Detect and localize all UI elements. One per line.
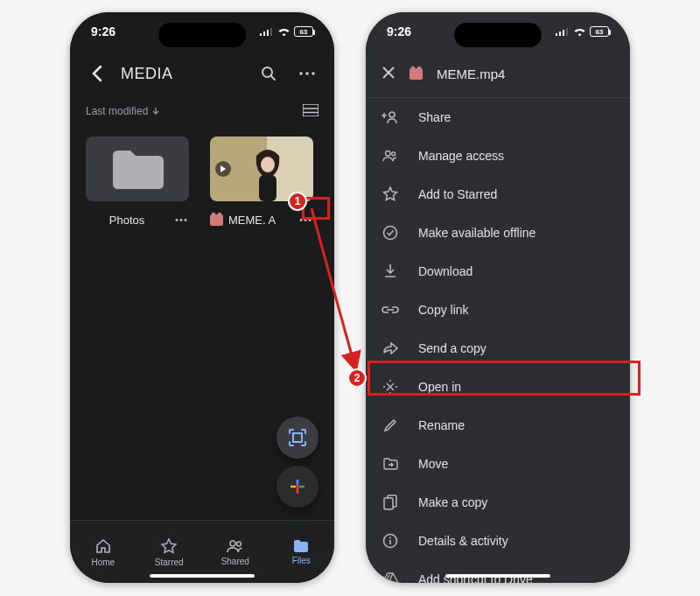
menu-make-copy[interactable]: Make a copy bbox=[366, 483, 630, 522]
screen-right: 9:26 63 MEME.mp4 Share Manage access bbox=[366, 12, 630, 583]
play-overlay bbox=[215, 161, 231, 177]
person-add-icon bbox=[382, 110, 399, 124]
nav-files[interactable]: Files bbox=[269, 521, 335, 583]
svg-rect-31 bbox=[566, 28, 568, 36]
svg-point-7 bbox=[305, 72, 309, 75]
notch bbox=[454, 23, 542, 47]
menu-label: Rename bbox=[418, 418, 465, 432]
wifi-icon bbox=[277, 27, 290, 37]
svg-point-26 bbox=[230, 541, 235, 546]
action-menu: Share Manage access Add to Starred Make … bbox=[366, 98, 630, 583]
file-type-icon bbox=[410, 68, 423, 80]
pencil-icon bbox=[383, 418, 397, 432]
home-indicator[interactable] bbox=[445, 574, 550, 578]
svg-line-5 bbox=[271, 76, 275, 80]
menu-share[interactable]: Share bbox=[366, 98, 630, 137]
svg-rect-1 bbox=[263, 32, 265, 36]
search-button[interactable] bbox=[254, 59, 284, 88]
status-time: 9:26 bbox=[387, 25, 411, 39]
svg-point-34 bbox=[389, 112, 395, 117]
svg-point-39 bbox=[384, 227, 397, 240]
info-icon bbox=[382, 533, 398, 549]
svg-rect-0 bbox=[260, 33, 262, 36]
folder-more-button[interactable] bbox=[173, 212, 189, 228]
move-folder-icon bbox=[382, 458, 398, 470]
svg-point-12 bbox=[176, 219, 178, 221]
menu-details[interactable]: Details & activity bbox=[366, 522, 630, 560]
video-item[interactable]: MEME. A bbox=[210, 137, 313, 228]
svg-rect-9 bbox=[303, 104, 318, 116]
folder-item[interactable]: Photos bbox=[86, 137, 189, 228]
download-icon bbox=[383, 263, 397, 279]
svg-point-42 bbox=[389, 537, 391, 539]
svg-rect-2 bbox=[267, 30, 269, 36]
notch bbox=[158, 23, 246, 47]
overflow-button[interactable] bbox=[292, 59, 322, 88]
back-button[interactable] bbox=[82, 59, 112, 88]
menu-move[interactable]: Move bbox=[366, 445, 630, 483]
fab-new-button[interactable] bbox=[276, 466, 318, 508]
nav-files-label: Files bbox=[292, 556, 311, 565]
menu-manage-access[interactable]: Manage access bbox=[366, 137, 630, 175]
menu-rename[interactable]: Rename bbox=[366, 406, 630, 445]
menu-label: Send a copy bbox=[418, 341, 486, 355]
svg-point-14 bbox=[185, 219, 187, 221]
list-view-icon bbox=[303, 104, 318, 116]
play-icon bbox=[220, 165, 227, 172]
menu-label: Details & activity bbox=[418, 534, 508, 548]
fab-scan-button[interactable] bbox=[276, 417, 318, 459]
sort-label: Last modified bbox=[86, 105, 148, 117]
callout-number: 2 bbox=[354, 372, 360, 384]
menu-label: Make available offline bbox=[418, 226, 536, 240]
nav-home[interactable]: Home bbox=[70, 521, 136, 583]
nav-home-label: Home bbox=[91, 557, 115, 567]
arrow-forward-icon bbox=[382, 342, 398, 354]
menu-shortcut[interactable]: Add shortcut to Drive bbox=[366, 560, 630, 583]
folder-icon bbox=[292, 539, 310, 553]
phone-right: 9:26 63 MEME.mp4 Share Manage access bbox=[366, 12, 630, 583]
arrow-down-icon bbox=[151, 107, 160, 116]
menu-offline[interactable]: Make available offline bbox=[366, 214, 630, 252]
video-label: MEME. A bbox=[228, 214, 276, 227]
star-icon bbox=[382, 186, 398, 202]
svg-point-6 bbox=[299, 72, 303, 75]
menu-add-starred[interactable]: Add to Starred bbox=[366, 175, 630, 214]
wifi-icon bbox=[573, 27, 586, 37]
svg-rect-40 bbox=[384, 498, 393, 509]
view-toggle-button[interactable] bbox=[303, 104, 318, 119]
more-horiz-icon bbox=[299, 72, 315, 75]
sheet-header: MEME.mp4 bbox=[366, 51, 630, 98]
nav-starred-label: Starred bbox=[155, 557, 184, 567]
file-grid: Photos MEME. A bbox=[70, 126, 334, 238]
page-title: MEDIA bbox=[121, 65, 173, 83]
svg-point-38 bbox=[392, 152, 396, 156]
video-type-icon bbox=[210, 214, 223, 226]
home-icon bbox=[94, 537, 112, 555]
people-icon bbox=[382, 149, 399, 163]
sort-button[interactable]: Last modified bbox=[86, 105, 160, 117]
menu-label: Download bbox=[418, 264, 472, 278]
thumbnail-person bbox=[249, 149, 286, 201]
svg-point-16 bbox=[261, 157, 275, 172]
svg-rect-29 bbox=[559, 32, 561, 36]
menu-label: Copy link bbox=[418, 303, 469, 317]
menu-download[interactable]: Download bbox=[366, 252, 630, 291]
callout-badge-2: 2 bbox=[347, 368, 367, 388]
menu-label: Move bbox=[418, 457, 448, 471]
menu-label: Manage access bbox=[418, 149, 504, 163]
close-icon bbox=[382, 66, 396, 80]
plus-icon bbox=[288, 477, 307, 496]
callout-number: 1 bbox=[295, 195, 301, 207]
people-icon bbox=[226, 538, 245, 554]
video-label-row: MEME. A bbox=[210, 212, 313, 228]
link-icon bbox=[382, 305, 399, 314]
svg-rect-3 bbox=[270, 28, 272, 36]
nav-shared-label: Shared bbox=[221, 557, 249, 566]
home-indicator[interactable] bbox=[150, 574, 255, 578]
menu-label: Make a copy bbox=[418, 495, 487, 509]
menu-copy-link[interactable]: Copy link bbox=[366, 291, 630, 329]
close-button[interactable] bbox=[382, 66, 396, 83]
offline-icon bbox=[382, 225, 398, 241]
phone-left: 9:26 63 MEDIA Last modified bbox=[70, 12, 334, 583]
menu-label: Add to Starred bbox=[418, 187, 497, 201]
